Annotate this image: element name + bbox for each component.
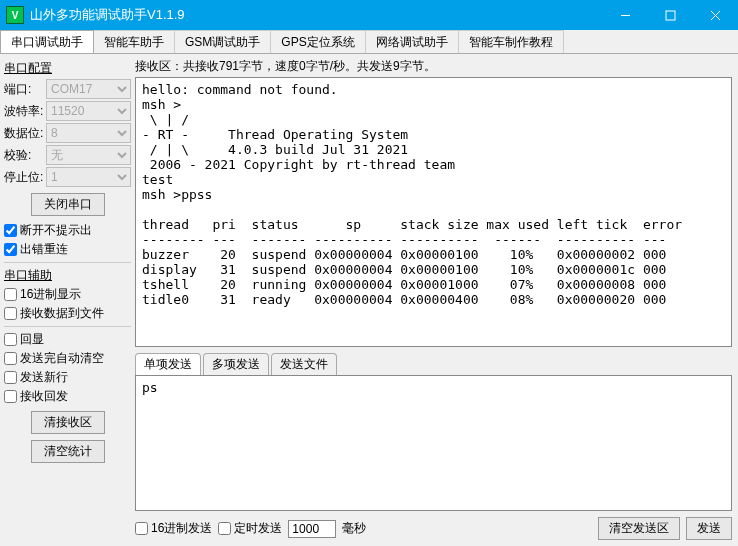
port-label: 端口: (4, 81, 46, 98)
chk-send-newline-label: 发送新行 (20, 369, 68, 386)
chk-auto-clear-label: 发送完自动清空 (20, 350, 104, 367)
maximize-button[interactable] (648, 0, 693, 30)
send-tab-file[interactable]: 发送文件 (271, 353, 337, 375)
chk-no-prompt[interactable] (4, 224, 17, 237)
sidebar: 串口配置 端口:COM17 波特率:11520 数据位:8 校验:无 停止位:1… (0, 54, 135, 546)
tab-network[interactable]: 网络调试助手 (366, 30, 459, 53)
serial-aux-title: 串口辅助 (4, 267, 131, 284)
clear-rx-button[interactable]: 清接收区 (31, 411, 105, 434)
baud-select[interactable]: 11520 (46, 101, 131, 121)
window-title: 山外多功能调试助手V1.1.9 (30, 6, 603, 24)
svg-rect-1 (666, 11, 675, 20)
tab-serial[interactable]: 串口调试助手 (0, 30, 94, 53)
chk-timed-send-label: 定时发送 (234, 520, 282, 537)
serial-config-title: 串口配置 (4, 60, 131, 77)
send-tab-single[interactable]: 单项发送 (135, 353, 201, 375)
chk-hex-send-label: 16进制发送 (151, 520, 212, 537)
send-tabs: 单项发送 多项发送 发送文件 (135, 353, 732, 375)
baud-label: 波特率: (4, 103, 46, 120)
databits-label: 数据位: (4, 125, 46, 142)
chk-recv-to-file[interactable] (4, 307, 17, 320)
chk-recv-echo[interactable] (4, 390, 17, 403)
minimize-button[interactable] (603, 0, 648, 30)
rx-textarea[interactable]: hello: command not found. msh > \ | / - … (135, 77, 732, 347)
chk-send-newline[interactable] (4, 371, 17, 384)
chk-recv-echo-label: 接收回发 (20, 388, 68, 405)
tx-textarea[interactable]: ps (135, 375, 732, 511)
stopbits-label: 停止位: (4, 169, 46, 186)
tab-smartcar[interactable]: 智能车助手 (94, 30, 175, 53)
chk-auto-clear[interactable] (4, 352, 17, 365)
close-button[interactable] (693, 0, 738, 30)
chk-echo[interactable] (4, 333, 17, 346)
tab-gsm[interactable]: GSM调试助手 (175, 30, 271, 53)
tab-gps[interactable]: GPS定位系统 (271, 30, 365, 53)
parity-label: 校验: (4, 147, 46, 164)
app-icon: V (6, 6, 24, 24)
chk-echo-label: 回显 (20, 331, 44, 348)
port-select[interactable]: COM17 (46, 79, 131, 99)
chk-recv-to-file-label: 接收数据到文件 (20, 305, 104, 322)
interval-unit: 毫秒 (342, 520, 366, 537)
close-port-button[interactable]: 关闭串口 (31, 193, 105, 216)
titlebar: V 山外多功能调试助手V1.1.9 (0, 0, 738, 30)
interval-input[interactable] (288, 520, 336, 538)
clear-stats-button[interactable]: 清空统计 (31, 440, 105, 463)
send-button[interactable]: 发送 (686, 517, 732, 540)
chk-hex-display[interactable] (4, 288, 17, 301)
chk-hex-display-label: 16进制显示 (20, 286, 81, 303)
chk-reconnect-label: 出错重连 (20, 241, 68, 258)
databits-select[interactable]: 8 (46, 123, 131, 143)
send-tab-multi[interactable]: 多项发送 (203, 353, 269, 375)
tab-tutorial[interactable]: 智能车制作教程 (459, 30, 564, 53)
chk-no-prompt-label: 断开不提示出 (20, 222, 92, 239)
chk-reconnect[interactable] (4, 243, 17, 256)
clear-tx-button[interactable]: 清空发送区 (598, 517, 680, 540)
main-tabs: 串口调试助手 智能车助手 GSM调试助手 GPS定位系统 网络调试助手 智能车制… (0, 30, 738, 54)
chk-timed-send[interactable] (218, 522, 231, 535)
rx-info: 接收区：共接收791字节，速度0字节/秒。共发送9字节。 (135, 58, 732, 75)
chk-hex-send[interactable] (135, 522, 148, 535)
parity-select[interactable]: 无 (46, 145, 131, 165)
stopbits-select[interactable]: 1 (46, 167, 131, 187)
